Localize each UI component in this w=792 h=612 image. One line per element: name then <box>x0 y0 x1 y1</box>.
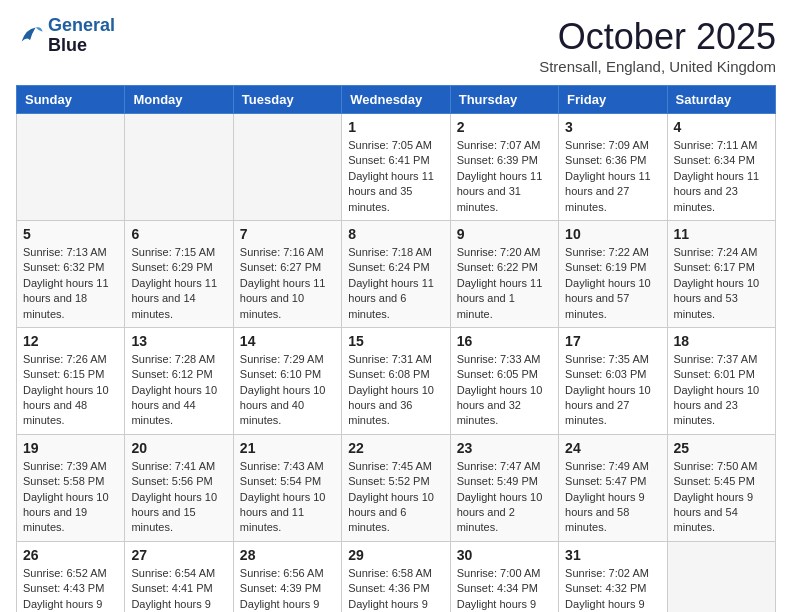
calendar-day-cell: 1 Sunrise: 7:05 AMSunset: 6:41 PMDayligh… <box>342 114 450 221</box>
day-number: 2 <box>457 119 552 135</box>
calendar-day-cell: 13 Sunrise: 7:28 AMSunset: 6:12 PMDaylig… <box>125 327 233 434</box>
calendar-week-row: 26 Sunrise: 6:52 AMSunset: 4:43 PMDaylig… <box>17 541 776 612</box>
day-number: 29 <box>348 547 443 563</box>
day-info: Sunrise: 7:26 AMSunset: 6:15 PMDaylight … <box>23 352 118 429</box>
calendar-day-cell: 5 Sunrise: 7:13 AMSunset: 6:32 PMDayligh… <box>17 220 125 327</box>
location: Strensall, England, United Kingdom <box>539 58 776 75</box>
day-number: 11 <box>674 226 769 242</box>
logo-icon <box>16 22 44 50</box>
day-number: 7 <box>240 226 335 242</box>
day-number: 12 <box>23 333 118 349</box>
calendar-day-cell <box>17 114 125 221</box>
logo: GeneralBlue <box>16 16 115 56</box>
page-header: GeneralBlue October 2025 Strensall, Engl… <box>16 16 776 75</box>
day-number: 28 <box>240 547 335 563</box>
day-number: 6 <box>131 226 226 242</box>
calendar-day-header: Friday <box>559 86 667 114</box>
day-info: Sunrise: 7:11 AMSunset: 6:34 PMDaylight … <box>674 138 769 215</box>
day-info: Sunrise: 7:49 AMSunset: 5:47 PMDaylight … <box>565 459 660 536</box>
calendar-day-cell: 20 Sunrise: 7:41 AMSunset: 5:56 PMDaylig… <box>125 434 233 541</box>
day-info: Sunrise: 7:31 AMSunset: 6:08 PMDaylight … <box>348 352 443 429</box>
day-info: Sunrise: 7:07 AMSunset: 6:39 PMDaylight … <box>457 138 552 215</box>
day-number: 15 <box>348 333 443 349</box>
day-number: 3 <box>565 119 660 135</box>
calendar-day-cell: 19 Sunrise: 7:39 AMSunset: 5:58 PMDaylig… <box>17 434 125 541</box>
day-info: Sunrise: 7:15 AMSunset: 6:29 PMDaylight … <box>131 245 226 322</box>
logo-text: GeneralBlue <box>48 16 115 56</box>
calendar-day-header: Sunday <box>17 86 125 114</box>
calendar-day-cell: 8 Sunrise: 7:18 AMSunset: 6:24 PMDayligh… <box>342 220 450 327</box>
day-info: Sunrise: 7:37 AMSunset: 6:01 PMDaylight … <box>674 352 769 429</box>
calendar-day-cell: 27 Sunrise: 6:54 AMSunset: 4:41 PMDaylig… <box>125 541 233 612</box>
calendar-day-cell <box>233 114 341 221</box>
day-number: 10 <box>565 226 660 242</box>
day-number: 30 <box>457 547 552 563</box>
calendar-day-cell: 29 Sunrise: 6:58 AMSunset: 4:36 PMDaylig… <box>342 541 450 612</box>
day-info: Sunrise: 6:56 AMSunset: 4:39 PMDaylight … <box>240 566 335 612</box>
calendar-day-cell: 17 Sunrise: 7:35 AMSunset: 6:03 PMDaylig… <box>559 327 667 434</box>
day-info: Sunrise: 6:58 AMSunset: 4:36 PMDaylight … <box>348 566 443 612</box>
day-info: Sunrise: 6:54 AMSunset: 4:41 PMDaylight … <box>131 566 226 612</box>
calendar-week-row: 19 Sunrise: 7:39 AMSunset: 5:58 PMDaylig… <box>17 434 776 541</box>
day-info: Sunrise: 7:39 AMSunset: 5:58 PMDaylight … <box>23 459 118 536</box>
calendar-day-cell: 3 Sunrise: 7:09 AMSunset: 6:36 PMDayligh… <box>559 114 667 221</box>
day-info: Sunrise: 7:43 AMSunset: 5:54 PMDaylight … <box>240 459 335 536</box>
calendar-day-cell: 9 Sunrise: 7:20 AMSunset: 6:22 PMDayligh… <box>450 220 558 327</box>
calendar-day-cell: 4 Sunrise: 7:11 AMSunset: 6:34 PMDayligh… <box>667 114 775 221</box>
day-info: Sunrise: 7:20 AMSunset: 6:22 PMDaylight … <box>457 245 552 322</box>
day-info: Sunrise: 7:41 AMSunset: 5:56 PMDaylight … <box>131 459 226 536</box>
calendar-day-cell: 6 Sunrise: 7:15 AMSunset: 6:29 PMDayligh… <box>125 220 233 327</box>
calendar-day-header: Thursday <box>450 86 558 114</box>
day-info: Sunrise: 7:22 AMSunset: 6:19 PMDaylight … <box>565 245 660 322</box>
calendar-day-cell: 28 Sunrise: 6:56 AMSunset: 4:39 PMDaylig… <box>233 541 341 612</box>
day-number: 25 <box>674 440 769 456</box>
day-number: 13 <box>131 333 226 349</box>
day-number: 19 <box>23 440 118 456</box>
day-info: Sunrise: 7:02 AMSunset: 4:32 PMDaylight … <box>565 566 660 612</box>
calendar-day-cell: 14 Sunrise: 7:29 AMSunset: 6:10 PMDaylig… <box>233 327 341 434</box>
calendar-day-header: Monday <box>125 86 233 114</box>
day-number: 24 <box>565 440 660 456</box>
day-info: Sunrise: 7:16 AMSunset: 6:27 PMDaylight … <box>240 245 335 322</box>
day-info: Sunrise: 7:24 AMSunset: 6:17 PMDaylight … <box>674 245 769 322</box>
title-block: October 2025 Strensall, England, United … <box>539 16 776 75</box>
calendar-day-cell: 24 Sunrise: 7:49 AMSunset: 5:47 PMDaylig… <box>559 434 667 541</box>
day-number: 9 <box>457 226 552 242</box>
calendar-day-header: Tuesday <box>233 86 341 114</box>
calendar-day-cell: 10 Sunrise: 7:22 AMSunset: 6:19 PMDaylig… <box>559 220 667 327</box>
day-number: 8 <box>348 226 443 242</box>
day-number: 5 <box>23 226 118 242</box>
calendar-day-header: Wednesday <box>342 86 450 114</box>
calendar-day-cell: 25 Sunrise: 7:50 AMSunset: 5:45 PMDaylig… <box>667 434 775 541</box>
calendar-day-cell: 2 Sunrise: 7:07 AMSunset: 6:39 PMDayligh… <box>450 114 558 221</box>
day-number: 18 <box>674 333 769 349</box>
calendar-week-row: 5 Sunrise: 7:13 AMSunset: 6:32 PMDayligh… <box>17 220 776 327</box>
day-number: 23 <box>457 440 552 456</box>
day-info: Sunrise: 7:45 AMSunset: 5:52 PMDaylight … <box>348 459 443 536</box>
day-info: Sunrise: 6:52 AMSunset: 4:43 PMDaylight … <box>23 566 118 612</box>
calendar-day-cell: 31 Sunrise: 7:02 AMSunset: 4:32 PMDaylig… <box>559 541 667 612</box>
calendar-day-cell: 18 Sunrise: 7:37 AMSunset: 6:01 PMDaylig… <box>667 327 775 434</box>
calendar-table: SundayMondayTuesdayWednesdayThursdayFrid… <box>16 85 776 612</box>
day-number: 16 <box>457 333 552 349</box>
day-number: 27 <box>131 547 226 563</box>
calendar-day-cell: 30 Sunrise: 7:00 AMSunset: 4:34 PMDaylig… <box>450 541 558 612</box>
day-number: 20 <box>131 440 226 456</box>
calendar-header-row: SundayMondayTuesdayWednesdayThursdayFrid… <box>17 86 776 114</box>
day-number: 26 <box>23 547 118 563</box>
calendar-day-cell: 22 Sunrise: 7:45 AMSunset: 5:52 PMDaylig… <box>342 434 450 541</box>
day-info: Sunrise: 7:29 AMSunset: 6:10 PMDaylight … <box>240 352 335 429</box>
day-info: Sunrise: 7:33 AMSunset: 6:05 PMDaylight … <box>457 352 552 429</box>
calendar-week-row: 1 Sunrise: 7:05 AMSunset: 6:41 PMDayligh… <box>17 114 776 221</box>
day-info: Sunrise: 7:18 AMSunset: 6:24 PMDaylight … <box>348 245 443 322</box>
calendar-day-cell: 26 Sunrise: 6:52 AMSunset: 4:43 PMDaylig… <box>17 541 125 612</box>
calendar-day-cell: 12 Sunrise: 7:26 AMSunset: 6:15 PMDaylig… <box>17 327 125 434</box>
day-info: Sunrise: 7:28 AMSunset: 6:12 PMDaylight … <box>131 352 226 429</box>
calendar-day-cell: 16 Sunrise: 7:33 AMSunset: 6:05 PMDaylig… <box>450 327 558 434</box>
calendar-day-cell: 11 Sunrise: 7:24 AMSunset: 6:17 PMDaylig… <box>667 220 775 327</box>
calendar-day-cell: 7 Sunrise: 7:16 AMSunset: 6:27 PMDayligh… <box>233 220 341 327</box>
day-info: Sunrise: 7:47 AMSunset: 5:49 PMDaylight … <box>457 459 552 536</box>
day-info: Sunrise: 7:00 AMSunset: 4:34 PMDaylight … <box>457 566 552 612</box>
calendar-week-row: 12 Sunrise: 7:26 AMSunset: 6:15 PMDaylig… <box>17 327 776 434</box>
day-info: Sunrise: 7:50 AMSunset: 5:45 PMDaylight … <box>674 459 769 536</box>
